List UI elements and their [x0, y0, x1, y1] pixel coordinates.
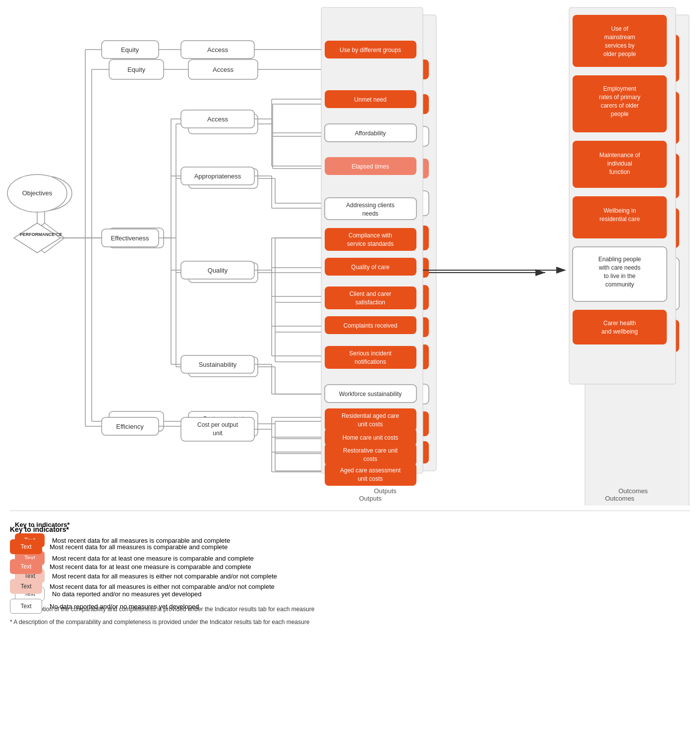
key-swatch-2: Text: [10, 559, 42, 574]
key-item-2: Text Most recent data for at least one m…: [10, 559, 506, 574]
key-label-3: Most recent data for all measures is eit…: [50, 583, 275, 590]
key-item-1: Text Most recent data for all measures i…: [10, 539, 506, 554]
svg-text:mainstream: mainstream: [604, 34, 636, 41]
svg-text:Objectives: Objectives: [22, 189, 53, 197]
key-item-3: Text Most recent data for all measures i…: [10, 579, 506, 594]
svg-text:Affordability: Affordability: [355, 130, 386, 137]
svg-rect-206: [325, 286, 416, 309]
key-title-bottom: Key to indicators*: [10, 525, 506, 533]
svg-text:Equity: Equity: [121, 46, 139, 54]
svg-text:notifications: notifications: [354, 358, 386, 365]
svg-text:Quality: Quality: [208, 267, 228, 274]
svg-text:PERFORMANCE: PERFORMANCE: [20, 232, 55, 237]
svg-text:Cost per output: Cost per output: [197, 421, 238, 428]
svg-text:Client and carer: Client and carer: [350, 290, 392, 297]
svg-text:Outcomes: Outcomes: [605, 495, 635, 502]
svg-text:Serious incident: Serious incident: [349, 350, 392, 357]
svg-text:Complaints received: Complaints received: [344, 322, 398, 329]
svg-text:Restorative care unit: Restorative care unit: [343, 447, 398, 454]
svg-rect-221: [325, 443, 416, 466]
full-diagram: Objectives PERFORMANCE Equity Effectiven…: [0, 0, 700, 520]
key-label-4: No data reported and/or no measures yet …: [50, 603, 199, 610]
svg-text:satisfaction: satisfaction: [355, 299, 385, 306]
svg-text:Wellbeing in: Wellbeing in: [603, 207, 636, 214]
svg-text:Maintenance of: Maintenance of: [599, 152, 641, 159]
svg-text:Effectiveness: Effectiveness: [111, 234, 149, 242]
svg-text:Access: Access: [207, 115, 228, 123]
svg-rect-201: [325, 228, 416, 251]
svg-text:Elapsed times: Elapsed times: [351, 163, 389, 170]
svg-rect-229: [573, 15, 667, 67]
svg-marker-131: [14, 223, 60, 253]
svg-text:community: community: [605, 281, 634, 288]
svg-text:Outputs: Outputs: [359, 495, 382, 502]
svg-text:Residential aged care: Residential aged care: [342, 412, 399, 419]
svg-text:individual: individual: [607, 160, 632, 167]
svg-text:Aged care assessment: Aged care assessment: [340, 467, 401, 474]
svg-text:service standards: service standards: [347, 240, 394, 247]
svg-text:Use by different groups: Use by different groups: [340, 47, 401, 54]
svg-text:Use of: Use of: [611, 25, 629, 32]
svg-text:people: people: [611, 111, 629, 117]
svg-text:unit costs: unit costs: [358, 421, 383, 428]
svg-text:Access: Access: [207, 46, 228, 54]
svg-text:Quality of care: Quality of care: [351, 264, 390, 271]
key-swatch-1: Text: [10, 539, 42, 554]
svg-text:rates of primary: rates of primary: [599, 94, 640, 101]
key-section-bottom: Key to indicators* Text Most recent data…: [10, 525, 506, 626]
svg-text:Efficiency: Efficiency: [116, 423, 144, 430]
svg-text:with care needs: with care needs: [598, 264, 641, 271]
svg-rect-216: [325, 408, 416, 431]
svg-text:carers of older: carers of older: [601, 102, 639, 109]
svg-text:and wellbeing: and wellbeing: [601, 328, 638, 335]
svg-text:to live in the: to live in the: [604, 273, 636, 280]
svg-text:Enabling people: Enabling people: [598, 256, 641, 263]
svg-text:residential care: residential care: [599, 216, 640, 223]
svg-text:Addressing clients: Addressing clients: [346, 202, 394, 209]
svg-text:Carer health: Carer health: [603, 320, 636, 327]
svg-rect-211: [325, 346, 416, 369]
svg-text:needs: needs: [362, 210, 379, 217]
svg-rect-224: [325, 463, 416, 486]
svg-rect-251: [573, 310, 667, 344]
svg-text:unit: unit: [213, 430, 223, 437]
svg-text:older people: older people: [603, 51, 636, 57]
svg-text:Unmet need: Unmet need: [354, 96, 386, 103]
svg-text:services by: services by: [605, 42, 635, 49]
svg-text:function: function: [609, 169, 630, 175]
key-label-1: Most recent data for all measures is com…: [50, 543, 228, 551]
footnote-bottom: * A description of the comparability and…: [10, 619, 506, 626]
svg-text:Workforce sustainability: Workforce sustainability: [339, 391, 402, 398]
key-label-2: Most recent data for at least one measur…: [50, 563, 251, 571]
svg-text:costs: costs: [363, 456, 377, 462]
svg-text:unit costs: unit costs: [358, 475, 383, 482]
svg-text:Sustainability: Sustainability: [199, 361, 237, 368]
svg-text:Home care unit costs: Home care unit costs: [343, 434, 399, 441]
key-item-4: Text No data reported and/or no measures…: [10, 599, 506, 614]
key-swatch-3: Text: [10, 579, 42, 594]
key-swatch-4: Text: [10, 599, 42, 614]
svg-text:Employment: Employment: [603, 85, 637, 92]
svg-text:Compliance with: Compliance with: [349, 232, 392, 239]
svg-text:Appropriateness: Appropriateness: [194, 172, 241, 180]
